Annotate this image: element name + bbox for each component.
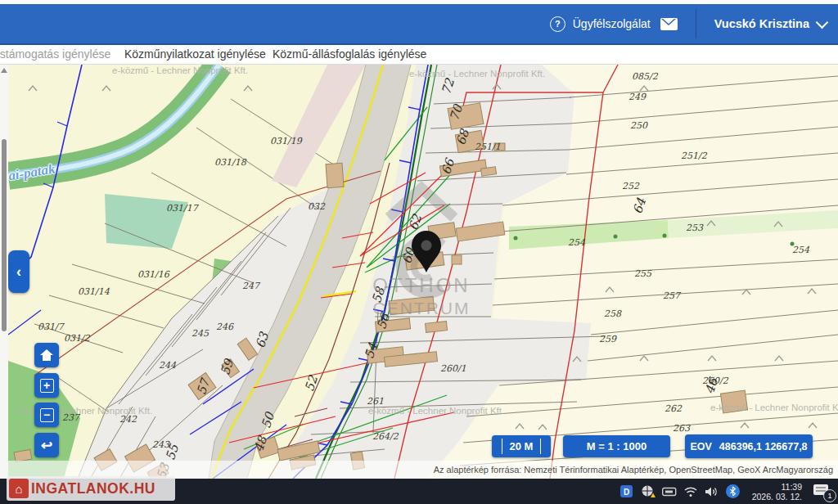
parcel-label: 257 <box>663 290 680 301</box>
parcel-label: 252 <box>622 181 639 191</box>
brand-watermark: ⌂ INGATLANOK.HU <box>7 476 175 501</box>
watermark-line1: OTTHON <box>368 274 475 297</box>
tab-tamogatas[interactable]: éstámogatás igénylése <box>0 47 110 61</box>
parcel-label: 237 <box>62 412 79 423</box>
parcel-label: 255 <box>634 268 651 279</box>
parcel-label: 244 <box>159 360 176 371</box>
parcel-label: 031/18 <box>214 157 246 168</box>
user-menu[interactable]: Vucskó Krisztina <box>714 17 809 30</box>
scale-label: 20 M <box>502 439 542 454</box>
help-icon[interactable]: ? <box>550 16 565 32</box>
clock-time: 11:39 <box>752 482 802 492</box>
header-bar: ? Ügyfélszolgálat Vucskó Krisztina <box>0 4 838 45</box>
tray-icon-security-shield[interactable] <box>641 484 656 499</box>
parcel-label: 251/2 <box>681 151 707 161</box>
parcel-label: 260/1 <box>440 363 466 374</box>
map-canvas[interactable]: 085/2249250251/1251/22522532542542552572… <box>8 65 838 479</box>
tray-icon-d-tile[interactable]: D <box>619 484 634 499</box>
tab-kozmunyilatkozat[interactable]: Közműnyilatkozat igénylése <box>124 47 266 61</box>
parcel-label: 242 <box>119 414 137 425</box>
zoom-out-button[interactable]: − <box>34 403 59 427</box>
parcel-label: 251/1 <box>475 142 501 152</box>
map-watermark: e-közmű - Lechner Nonprofit Kft. <box>710 403 838 412</box>
parcel-label: 261 <box>367 396 384 407</box>
svg-text:D: D <box>624 488 629 497</box>
watermark-line2: CENTRUM <box>368 299 475 318</box>
map-watermark: e-közmű - Lechner Nonprofit Kft. <box>368 406 504 416</box>
parcel-label: 258 <box>604 308 621 319</box>
plus-icon: + <box>40 379 54 393</box>
app-window: ? Ügyfélszolgálat Vucskó Krisztina éstám… <box>0 0 838 504</box>
parcel-label: 254 <box>568 237 585 248</box>
mail-icon[interactable] <box>660 18 678 30</box>
eov-coordinates: EOV 486396,1 126677,8 <box>685 434 813 458</box>
home-icon <box>39 349 54 362</box>
parcel-label: 253 <box>686 223 703 233</box>
chevron-down-icon[interactable] <box>816 16 829 29</box>
parcel-label: 250 <box>630 120 647 131</box>
brand-text: INGATLANOK.HU <box>31 480 155 497</box>
otthon-centrum-watermark: OTTHON CENTRUM <box>368 171 475 318</box>
map-ratio-button[interactable]: M = 1 : 1000 <box>563 435 670 457</box>
parcel-label: 031/14 <box>78 286 110 297</box>
notification-center-button[interactable]: 1 <box>813 483 835 501</box>
parcel-label: 031/2 <box>64 333 90 344</box>
panel-collapse-button[interactable]: ‹ <box>8 250 29 293</box>
home-button[interactable] <box>34 343 59 367</box>
parcel-label: 262 <box>665 403 682 414</box>
parcel-label: 247 <box>242 281 259 291</box>
parcel-label: 245 <box>191 328 209 339</box>
parcel-label: 254 <box>792 245 809 255</box>
scale-indicator: 20 M <box>492 435 551 457</box>
parcel-label: 031/17 <box>166 203 198 214</box>
undo-button[interactable]: ↩ <box>34 433 59 457</box>
volume-icon[interactable] <box>705 484 719 499</box>
parcel-label: 085/2 <box>632 71 658 82</box>
support-link[interactable]: Ügyfélszolgálat <box>573 17 651 30</box>
map-watermark: e-közmű - Lechner Nonprofit Kft. <box>112 65 248 75</box>
parcel-label: 246 <box>216 322 233 332</box>
parcel-label: 263 <box>673 423 690 434</box>
tab-allasfoglalas[interactable]: Közmű-állásfoglalás igénylése <box>273 47 426 61</box>
map-watermark: e-közmű - Lechner Nonprofit Kft. <box>409 69 545 79</box>
scrollbar-up-arrow[interactable] <box>1 68 7 73</box>
parcel-label: 031/19 <box>270 136 302 146</box>
parcel-label: 264/2 <box>372 431 399 442</box>
header-divider <box>696 9 696 38</box>
bluetooth-icon[interactable] <box>726 484 741 499</box>
tray-icon-pen-device[interactable] <box>662 484 677 499</box>
eov-label: EOV <box>690 441 711 452</box>
parcel-label: 032 <box>308 201 325 212</box>
zoom-in-button[interactable]: + <box>34 373 59 398</box>
parcel-label: 031/16 <box>137 269 169 280</box>
minus-icon: − <box>40 408 54 422</box>
wifi-icon[interactable] <box>683 484 698 499</box>
notification-badge: 1 <box>823 489 836 502</box>
scrollbar-thumb[interactable] <box>2 139 7 331</box>
clock-date: 2026. 03. 12. <box>752 492 802 502</box>
parcel-label: 249 <box>628 92 646 102</box>
eov-values: 486396,1 126677,8 <box>719 441 808 452</box>
taskbar-clock[interactable]: 11:39 2026. 03. 12. <box>752 482 802 502</box>
house-logo-icon: ⌂ <box>9 479 29 498</box>
tab-bar: éstámogatás igénylése Közműnyilatkozat i… <box>0 45 838 65</box>
parcel-label: 259 <box>599 334 616 344</box>
parcel-label: 031/7 <box>38 322 64 332</box>
